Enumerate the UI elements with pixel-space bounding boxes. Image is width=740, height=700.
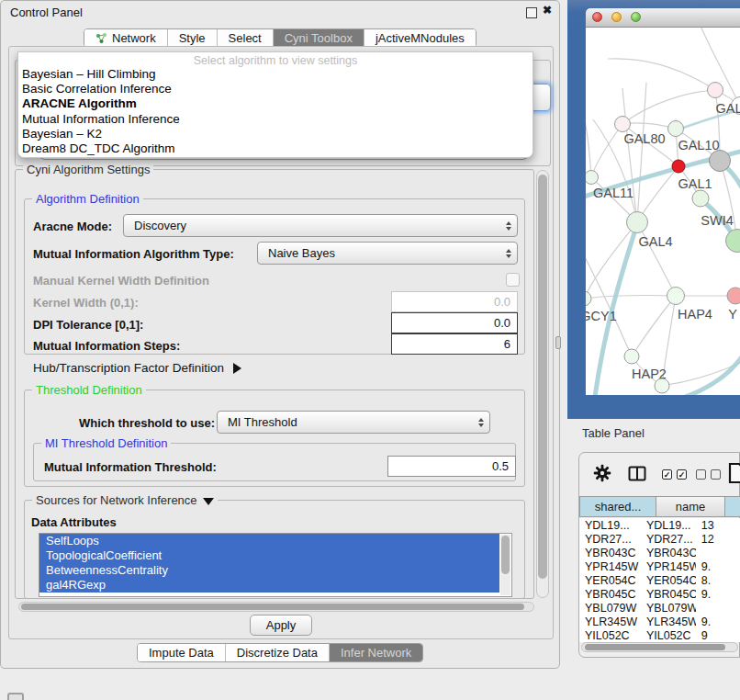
control-panel-title: Control Panel bbox=[10, 6, 83, 19]
settings-vertical-scrollbar-thumb[interactable] bbox=[538, 175, 547, 579]
mi-type-label: Mutual Information Algorithm Type: bbox=[33, 247, 234, 261]
aracne-mode-value: Discovery bbox=[134, 219, 186, 232]
table-cell: 12 bbox=[696, 533, 740, 546]
network-node-gal1[interactable] bbox=[672, 160, 686, 174]
attribute-item-gal4rgexp[interactable]: gal4RGexp bbox=[39, 578, 499, 593]
expand-arrow-icon[interactable] bbox=[233, 363, 241, 374]
table-row[interactable]: YER054CYER054C8. bbox=[579, 573, 740, 587]
network-node-y[interactable] bbox=[727, 288, 740, 305]
column-header-name[interactable]: name bbox=[656, 496, 725, 517]
table-horizontal-scrollbar[interactable] bbox=[581, 642, 738, 652]
attribute-item-betweennesscentrality[interactable]: BetweennessCentrality bbox=[39, 563, 499, 578]
aracne-mode-combobox[interactable]: Discovery bbox=[123, 214, 518, 237]
tab-select[interactable]: Select bbox=[217, 29, 273, 47]
hub-definition-label: Hub/Transcription Factor Definition bbox=[33, 361, 224, 375]
table-row[interactable]: YIL052CYIL052C9 bbox=[579, 628, 740, 642]
tab-infer-network[interactable]: Infer Network bbox=[329, 644, 422, 661]
table-rows: YDL19...YDL19...13YDR27...YDR27...12YBR0… bbox=[579, 518, 740, 642]
tab-jactivemnodules[interactable]: jActiveMNodules bbox=[364, 29, 476, 47]
close-window-icon[interactable]: ✖ bbox=[543, 4, 552, 17]
data-attributes-list[interactable]: SelfLoopsTopologicalCoefficientBetweenne… bbox=[39, 533, 512, 597]
table-row[interactable]: YLR345WYLR345W9. bbox=[579, 615, 740, 628]
settings-horizontal-scrollbar[interactable] bbox=[18, 602, 534, 612]
column-header-shared[interactable]: shared... bbox=[579, 496, 656, 517]
list-scrollbar-thumb[interactable] bbox=[501, 536, 510, 574]
tab-impute-data[interactable]: Impute Data bbox=[138, 644, 225, 661]
kernel-width-field[interactable]: 0.0 bbox=[391, 291, 518, 312]
table-cell: YDL19... bbox=[641, 519, 696, 532]
algorithm-option-basic-correlation-inference[interactable]: Basic Correlation Inference bbox=[18, 82, 533, 96]
settings-horizontal-scrollbar-thumb[interactable] bbox=[21, 604, 524, 610]
table-row[interactable]: YBR043CYBR043C bbox=[579, 546, 740, 559]
table-row[interactable]: YBL079WYBL079W bbox=[579, 601, 740, 615]
algorithm-option-aracne-algorithm[interactable]: ARACNE Algorithm bbox=[18, 96, 533, 111]
list-scrollbar[interactable] bbox=[500, 535, 510, 595]
close-traffic-light-icon[interactable] bbox=[592, 12, 602, 22]
tab-network[interactable]: Network bbox=[84, 29, 167, 47]
deselect-all-checkboxes-icon[interactable] bbox=[696, 469, 721, 480]
unchecked-box-icon bbox=[711, 469, 721, 480]
table-row[interactable]: YDL19...YDL19...13 bbox=[579, 518, 740, 532]
table-cell: YIL052C bbox=[579, 629, 641, 642]
select-all-checkboxes-icon[interactable]: ✓ ✓ bbox=[662, 469, 687, 480]
column-header-2[interactable] bbox=[725, 496, 740, 517]
aracne-mode-label: Aracne Mode: bbox=[33, 220, 112, 233]
attribute-item-selfloops[interactable]: SelfLoops bbox=[39, 534, 499, 548]
collapse-arrow-icon[interactable] bbox=[203, 498, 214, 505]
algorithm-option-dream8-dc-tdc-algorithm[interactable]: Dream8 DC_TDC Algorithm bbox=[18, 141, 533, 156]
spinner-arrows-icon bbox=[478, 418, 484, 427]
cyni-bottom-tabbar: Impute DataDiscretize DataInfer Network bbox=[137, 643, 423, 662]
table-row[interactable]: YDR27...YDR27...12 bbox=[579, 532, 740, 546]
algorithm-option-bayesian-hill-climbing[interactable]: Bayesian – Hill Climbing bbox=[18, 67, 533, 82]
minimize-traffic-light-icon[interactable] bbox=[611, 12, 622, 22]
network-node-swi4[interactable] bbox=[692, 190, 710, 208]
document-icon[interactable] bbox=[728, 462, 740, 484]
table-horizontal-scrollbar-thumb[interactable] bbox=[585, 644, 725, 650]
network-node-gal4[interactable] bbox=[626, 211, 648, 233]
table-row[interactable]: YPR145WYPR145W9. bbox=[579, 559, 740, 573]
table-cell: YDL19... bbox=[579, 519, 641, 532]
node-label-hap4: HAP4 bbox=[678, 307, 712, 322]
splitter-grip[interactable] bbox=[555, 336, 561, 349]
network-node[interactable] bbox=[709, 150, 731, 172]
float-window-icon[interactable] bbox=[526, 7, 537, 18]
mi-type-combobox[interactable]: Naive Bayes bbox=[257, 242, 518, 265]
algorithm-option-bayesian-k2[interactable]: Bayesian – K2 bbox=[18, 127, 533, 141]
tab-cyni-toolbox[interactable]: Cyni Toolbox bbox=[273, 29, 364, 47]
table-row[interactable]: YBR045CYBR045C9. bbox=[579, 587, 740, 601]
table-cell: YLR345W bbox=[579, 615, 641, 628]
kernel-width-label: Kernel Width (0,1): bbox=[33, 296, 139, 310]
manual-kernel-width-checkbox[interactable] bbox=[506, 273, 520, 287]
split-columns-icon[interactable] bbox=[628, 466, 646, 481]
hub-definition-toggle[interactable]: Hub/Transcription Factor Definition bbox=[33, 361, 241, 375]
attribute-item-topologicalcoefficient[interactable]: TopologicalCoefficient bbox=[39, 548, 499, 563]
dpi-tolerance-label: DPI Tolerance [0,1]: bbox=[33, 318, 143, 332]
control-panel-tabbar: NetworkStyleSelectCyni ToolboxjActiveMNo… bbox=[84, 28, 477, 48]
node-label-gcy1: GCY1 bbox=[586, 309, 617, 323]
network-node-gal10[interactable] bbox=[667, 120, 684, 137]
collapsed-panel-icon[interactable] bbox=[7, 693, 24, 700]
network-window-titlebar[interactable] bbox=[586, 8, 740, 28]
network-node-hap4[interactable] bbox=[667, 287, 685, 305]
tab-discretize-data[interactable]: Discretize Data bbox=[225, 644, 329, 661]
network-node-gal80[interactable] bbox=[614, 116, 631, 132]
mi-steps-field[interactable]: 6 bbox=[391, 333, 518, 355]
which-threshold-combobox[interactable]: MI Threshold bbox=[217, 411, 490, 434]
network-node[interactable] bbox=[655, 378, 670, 394]
sources-group-title: Sources for Network Inference bbox=[32, 493, 218, 507]
mi-threshold-field[interactable]: 0.5 bbox=[387, 456, 516, 477]
settings-vertical-scrollbar[interactable] bbox=[536, 170, 549, 598]
network-node-gal2[interactable] bbox=[707, 82, 723, 98]
gear-icon[interactable] bbox=[593, 464, 611, 482]
network-canvas[interactable]: GAL2GAL80GAL10GAL1GAL11SWI4GAL4GCY1HAP4Y… bbox=[586, 28, 740, 395]
table-cell: YPR145W bbox=[641, 560, 696, 573]
which-threshold-value: MI Threshold bbox=[228, 415, 297, 429]
table-cell: 9. bbox=[696, 560, 740, 573]
network-node-hap2[interactable] bbox=[624, 349, 640, 365]
apply-button[interactable]: Apply bbox=[250, 615, 312, 636]
algorithm-option-mutual-information-inference[interactable]: Mutual Information Inference bbox=[18, 112, 533, 127]
node-label-gal1: GAL1 bbox=[678, 176, 712, 191]
zoom-traffic-light-icon[interactable] bbox=[631, 12, 641, 22]
dpi-tolerance-field[interactable]: 0.0 bbox=[391, 312, 518, 333]
tab-style[interactable]: Style bbox=[167, 29, 217, 47]
